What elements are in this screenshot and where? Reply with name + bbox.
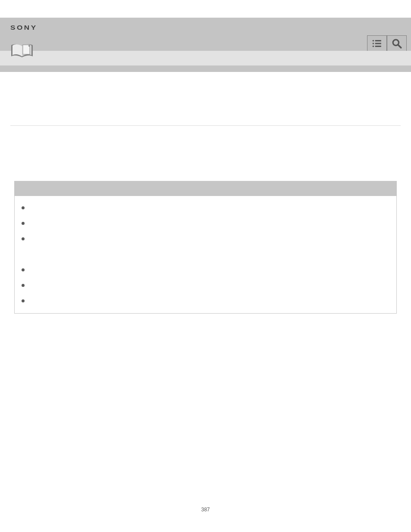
list-icon [371,38,383,49]
note-item [29,281,390,290]
header-bottom-strip [0,65,411,72]
guide-button[interactable] [9,44,34,58]
book-icon [9,44,34,58]
svg-rect-1 [375,40,381,41]
note-list [21,204,390,305]
note-header [15,181,396,196]
search-button[interactable] [387,35,407,52]
content-area [0,72,411,314]
svg-point-4 [373,46,374,47]
note-item [29,266,390,274]
spacer-top [10,72,401,125]
search-icon [391,38,402,49]
svg-point-0 [373,40,374,41]
note-item [29,219,390,228]
svg-rect-3 [375,43,381,44]
brand-logo: SONY [10,24,37,31]
note-body [15,196,396,313]
header-actions [367,35,407,52]
header-sub [0,51,411,65]
svg-line-7 [398,45,401,48]
header-main: SONY [0,18,411,51]
svg-point-2 [373,43,374,44]
note-box [14,181,397,314]
header: SONY [0,18,411,72]
spacer-mid [10,126,401,181]
svg-rect-5 [375,46,381,47]
page-root: SONY [0,0,411,314]
top-margin [0,0,411,18]
note-item [29,297,390,305]
menu-button[interactable] [367,35,387,52]
note-item [29,204,390,212]
note-item [29,235,390,259]
